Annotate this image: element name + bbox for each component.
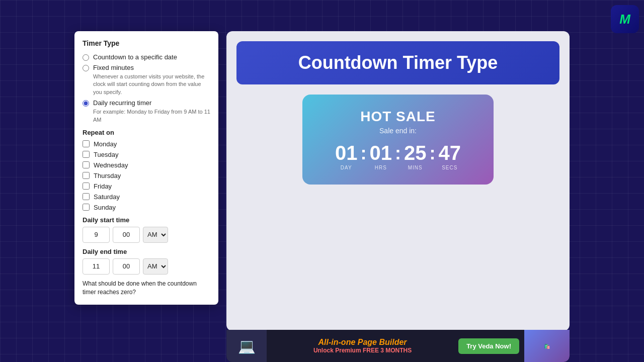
countdown-title-banner: Countdown Timer Type: [236, 41, 559, 84]
ad-image: 🛍️: [524, 330, 570, 362]
checkbox-thursday[interactable]: Thursday: [83, 172, 210, 179]
end-hour-input[interactable]: [83, 258, 110, 275]
checkbox-saturday-label: Saturday: [94, 193, 120, 201]
timer-days-label: DAY: [341, 165, 352, 170]
end-minute-input[interactable]: [113, 258, 140, 275]
hot-sale-title: HOT SALE: [323, 109, 473, 125]
ad-sub-text: Unlock Premium FREE 3 MONTHS: [313, 347, 412, 354]
end-time-inputs: AM PM: [83, 258, 210, 275]
ad-laptop-icon-area: 💻: [226, 330, 267, 362]
panel-title: Timer Type: [83, 39, 210, 47]
laptop-icon: 💻: [238, 338, 256, 354]
right-panel: Countdown Timer Type HOT SALE Sale end i…: [226, 31, 570, 331]
timer-hours-label: HRS: [375, 165, 387, 170]
timer-secs-label: SECS: [442, 165, 457, 170]
logo: M: [611, 5, 639, 33]
checkbox-wednesday[interactable]: Wednesday: [83, 161, 210, 169]
radio-desc-fixed-minutes: Whenever a customer visits your website,…: [93, 73, 210, 96]
start-time-label: Daily start time: [83, 216, 210, 224]
days-checkbox-group: Monday Tuesday Wednesday Thursday Friday…: [83, 140, 210, 211]
start-hour-input[interactable]: [83, 227, 110, 243]
radio-item-daily-recurring[interactable]: Daily recurring timer For example: Monda…: [83, 99, 210, 124]
checkbox-tuesday-label: Tuesday: [94, 151, 118, 158]
checkbox-wednesday-label: Wednesday: [94, 161, 128, 169]
start-ampm-select[interactable]: AM PM: [143, 227, 168, 243]
checkbox-tuesday[interactable]: Tuesday: [83, 151, 210, 158]
checkbox-monday-label: Monday: [94, 140, 117, 148]
checkbox-friday[interactable]: Friday: [83, 183, 210, 190]
timer-mins-label: MINS: [408, 165, 423, 170]
separator-1: :: [361, 144, 367, 162]
daily-end-time-section: Daily end time AM PM: [83, 248, 210, 275]
timer-unit-secs: 47 SECS: [439, 143, 461, 170]
timer-unit-mins: 25 MINS: [404, 143, 427, 170]
checkbox-friday-input[interactable]: [83, 183, 90, 190]
radio-label-fixed-minutes: Fixed minutes: [93, 64, 210, 71]
radio-desc-daily-recurring: For example: Monday to Friday from 9 AM …: [93, 108, 210, 124]
checkbox-monday[interactable]: Monday: [83, 140, 210, 148]
checkbox-saturday[interactable]: Saturday: [83, 193, 210, 201]
timer-unit-days: 01 DAY: [335, 143, 358, 170]
checkbox-saturday-input[interactable]: [83, 193, 90, 200]
end-time-label: Daily end time: [83, 248, 210, 255]
separator-3: :: [430, 144, 436, 162]
radio-daily-recurring-content: Daily recurring timer For example: Monda…: [93, 99, 210, 124]
radio-daily-recurring[interactable]: [83, 100, 89, 107]
ad-image-placeholder: 🛍️: [544, 343, 550, 349]
radio-item-countdown-specific[interactable]: Countdown to a specific date: [83, 53, 210, 61]
checkbox-tuesday-input[interactable]: [83, 151, 90, 158]
logo-letter: M: [619, 12, 630, 27]
radio-label-countdown-specific: Countdown to a specific date: [93, 53, 177, 61]
checkbox-sunday[interactable]: Sunday: [83, 204, 210, 211]
countdown-title-text: Countdown Timer Type: [298, 52, 498, 73]
ad-main-suffix: Page Builder: [358, 338, 407, 346]
ad-text-area: All-in-one Page Builder Unlock Premium F…: [267, 338, 458, 354]
ad-main-text: All-in-one Page Builder: [318, 338, 407, 347]
checkbox-monday-input[interactable]: [83, 140, 90, 147]
hot-sale-subtitle: Sale end in:: [323, 127, 473, 135]
ad-banner: 💻 All-in-one Page Builder Unlock Premium…: [226, 330, 570, 362]
timer-display: 01 DAY : 01 HRS : 25 MINS : 47 SECS: [323, 143, 473, 170]
timer-unit-hours: 01 HRS: [370, 143, 392, 170]
start-minute-input[interactable]: [113, 227, 140, 243]
radio-fixed-minutes[interactable]: [83, 65, 89, 71]
timer-hours-value: 01: [370, 143, 392, 163]
left-panel: Timer Type Countdown to a specific date …: [74, 31, 218, 305]
daily-start-time-section: Daily start time AM PM: [83, 216, 210, 243]
checkbox-sunday-label: Sunday: [94, 204, 116, 211]
ad-cta-button[interactable]: Try Veda Now!: [458, 338, 519, 354]
radio-countdown-specific[interactable]: [83, 54, 89, 61]
checkbox-friday-label: Friday: [94, 183, 112, 190]
hot-sale-card: HOT SALE Sale end in: 01 DAY : 01 HRS : …: [302, 95, 494, 185]
checkbox-thursday-input[interactable]: [83, 172, 90, 179]
checkbox-thursday-label: Thursday: [94, 172, 121, 179]
zero-action-text: What should be done when the countdown t…: [83, 280, 210, 297]
timer-secs-value: 47: [439, 143, 461, 163]
end-ampm-select[interactable]: AM PM: [143, 258, 168, 275]
radio-label-daily-recurring: Daily recurring timer: [93, 99, 210, 107]
ad-main-italic: All-in-one: [318, 338, 356, 346]
timer-mins-value: 25: [404, 143, 427, 163]
timer-days-value: 01: [335, 143, 358, 163]
separator-2: :: [395, 144, 401, 162]
start-time-inputs: AM PM: [83, 227, 210, 243]
checkbox-sunday-input[interactable]: [83, 204, 90, 211]
repeat-on-title: Repeat on: [83, 129, 210, 136]
radio-item-fixed-minutes[interactable]: Fixed minutes Whenever a customer visits…: [83, 64, 210, 96]
radio-group-timer-type: Countdown to a specific date Fixed minut…: [83, 53, 210, 124]
radio-fixed-minutes-content: Fixed minutes Whenever a customer visits…: [93, 64, 210, 96]
checkbox-wednesday-input[interactable]: [83, 161, 90, 168]
